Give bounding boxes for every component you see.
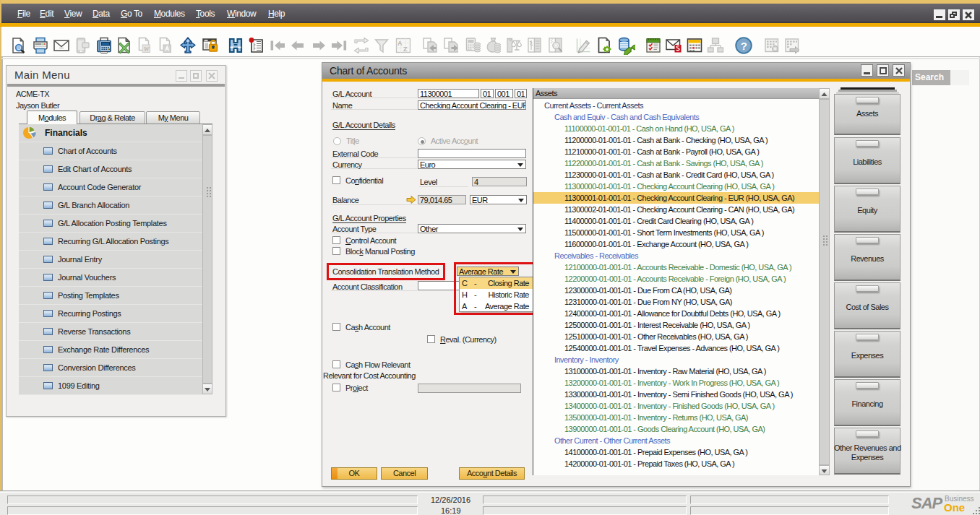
svg-text:?: ? [741,40,747,52]
svg-text:Z: Z [403,46,408,53]
svg-text:A: A [397,40,403,47]
